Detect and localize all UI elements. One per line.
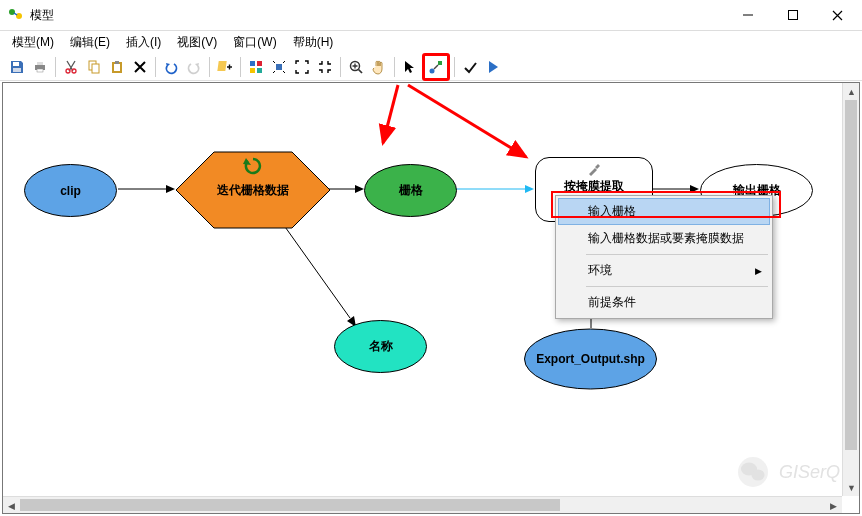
svg-point-23 (430, 68, 435, 73)
node-name-label: 名称 (369, 338, 393, 355)
node-export-label: Export_Output.shp (524, 352, 657, 366)
separator (394, 57, 395, 77)
svg-marker-26 (166, 185, 175, 193)
connect-icon[interactable] (425, 56, 447, 78)
svg-point-0 (9, 9, 15, 15)
separator (454, 57, 455, 77)
svg-rect-15 (115, 61, 119, 64)
scroll-thumb-h[interactable] (20, 499, 560, 511)
svg-point-42 (365, 165, 457, 217)
separator (586, 286, 768, 287)
context-environment[interactable]: 环境 ▶ (558, 257, 770, 284)
layout-grid-icon[interactable] (245, 56, 267, 78)
copy-icon[interactable] (83, 56, 105, 78)
context-input-mask[interactable]: 输入栅格数据或要素掩膜数据 (558, 225, 770, 252)
svg-rect-14 (114, 64, 120, 71)
redo-icon[interactable] (183, 56, 205, 78)
node-raster-label: 栅格 (399, 182, 423, 199)
menu-window[interactable]: 窗口(W) (225, 32, 284, 53)
svg-rect-18 (257, 61, 262, 66)
svg-marker-41 (243, 158, 251, 165)
delete-icon[interactable] (129, 56, 151, 78)
svg-rect-6 (35, 65, 45, 70)
svg-rect-24 (438, 61, 442, 65)
separator (155, 57, 156, 77)
app-icon (8, 7, 24, 23)
svg-rect-5 (13, 68, 21, 72)
context-env-label: 环境 (588, 263, 612, 277)
watermark-text: GISerQ (779, 462, 840, 483)
svg-marker-30 (525, 185, 534, 193)
svg-rect-16 (217, 61, 226, 71)
menu-edit[interactable]: 编辑(E) (62, 32, 118, 53)
connect-tool-highlight (422, 53, 450, 81)
zoom-out-extent-icon[interactable] (314, 56, 336, 78)
menu-insert[interactable]: 插入(I) (118, 32, 169, 53)
zoom-in-icon[interactable] (345, 56, 367, 78)
svg-line-38 (408, 85, 526, 157)
wechat-icon (737, 456, 769, 488)
minimize-button[interactable] (725, 1, 770, 30)
node-iterator-label: 迭代栅格数据 (217, 182, 289, 199)
svg-rect-13 (112, 62, 122, 73)
svg-rect-12 (92, 64, 99, 73)
svg-point-22 (351, 61, 360, 70)
svg-rect-8 (37, 69, 43, 72)
node-export[interactable]: Export_Output.shp (523, 328, 658, 390)
svg-point-10 (72, 69, 76, 73)
zoom-in-extent-icon[interactable] (291, 56, 313, 78)
print-icon[interactable] (29, 56, 51, 78)
node-clip[interactable]: clip (23, 163, 118, 218)
model-canvas[interactable]: clip 迭代栅格数据 栅格 按掩膜提取 输出栅格 名称 Export_Outp… (2, 82, 860, 514)
horizontal-scrollbar[interactable]: ◀ ▶ (3, 496, 842, 513)
svg-rect-7 (37, 62, 43, 65)
separator (209, 57, 210, 77)
svg-point-47 (741, 463, 757, 476)
cut-icon[interactable] (60, 56, 82, 78)
svg-line-33 (283, 224, 350, 318)
separator (240, 57, 241, 77)
menu-model[interactable]: 模型(M) (4, 32, 62, 53)
submenu-arrow-icon: ▶ (755, 266, 762, 276)
node-raster[interactable]: 栅格 (363, 163, 458, 218)
maximize-button[interactable] (770, 1, 815, 30)
scroll-down-icon[interactable]: ▼ (843, 479, 860, 496)
scroll-left-icon[interactable]: ◀ (3, 497, 20, 514)
context-highlight (551, 191, 781, 218)
window-title: 模型 (30, 7, 725, 24)
svg-rect-4 (13, 62, 19, 66)
add-data-icon[interactable] (214, 56, 236, 78)
svg-point-39 (25, 165, 117, 217)
vertical-scrollbar[interactable]: ▲ ▼ (842, 83, 859, 496)
node-name[interactable]: 名称 (333, 319, 428, 374)
svg-rect-3 (788, 11, 797, 20)
undo-icon[interactable] (160, 56, 182, 78)
svg-point-44 (335, 321, 427, 373)
hammer-icon (587, 162, 601, 176)
validate-icon[interactable] (459, 56, 481, 78)
context-precondition[interactable]: 前提条件 (558, 289, 770, 316)
menu-help[interactable]: 帮助(H) (285, 32, 342, 53)
run-icon[interactable] (482, 56, 504, 78)
svg-rect-19 (250, 68, 255, 73)
svg-point-45 (525, 329, 657, 389)
node-iterator[interactable]: 迭代栅格数据 (175, 151, 331, 229)
svg-rect-20 (257, 68, 262, 73)
scroll-up-icon[interactable]: ▲ (843, 83, 860, 100)
save-icon[interactable] (6, 56, 28, 78)
svg-rect-17 (250, 61, 255, 66)
svg-line-37 (383, 85, 398, 143)
menu-view[interactable]: 视图(V) (169, 32, 225, 53)
svg-marker-40 (176, 152, 330, 228)
svg-point-9 (66, 69, 70, 73)
close-button[interactable] (815, 1, 860, 30)
title-bar: 模型 (0, 0, 862, 31)
separator (586, 254, 768, 255)
scroll-right-icon[interactable]: ▶ (825, 497, 842, 514)
full-extent-icon[interactable] (268, 56, 290, 78)
pan-icon[interactable] (368, 56, 390, 78)
select-icon[interactable] (399, 56, 421, 78)
paste-icon[interactable] (106, 56, 128, 78)
scroll-thumb-v[interactable] (845, 100, 857, 450)
watermark: GISerQ (737, 456, 840, 488)
